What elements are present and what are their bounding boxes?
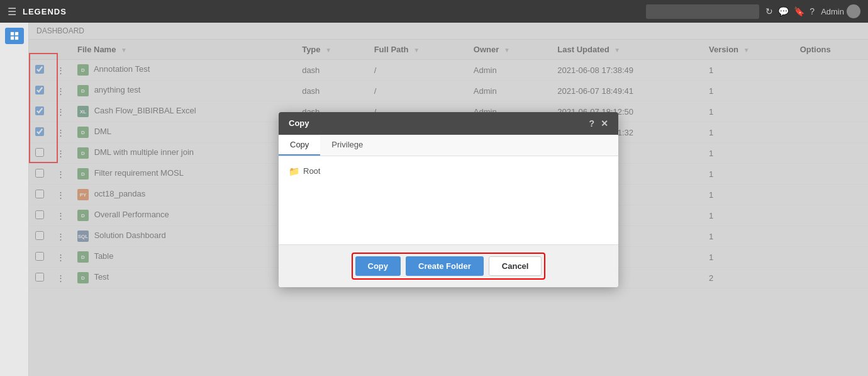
sidebar: [0, 23, 29, 376]
dialog-footer-outline: Copy Create Folder Cancel: [352, 253, 546, 280]
topbar: ☰ LEGENDS ↻ 💬 🔖 ? Admin: [0, 0, 868, 23]
svg-rect-0: [10, 32, 13, 35]
dialog-header: Copy ? ✕: [279, 112, 618, 135]
cancel-button[interactable]: Cancel: [489, 256, 542, 276]
content-area: DASHBOARD File Name ▼ Type ▼: [29, 23, 868, 376]
topbar-icons: ↻ 💬 🔖 ?: [765, 6, 815, 16]
topbar-right: ↻ 💬 🔖 ? Admin: [646, 4, 860, 19]
app-logo: LEGENDS: [23, 7, 67, 16]
copy-dialog: Copy ? ✕ Copy Privilege: [279, 112, 618, 287]
dialog-footer: Copy Create Folder Cancel: [279, 244, 618, 287]
sidebar-dashboard-btn[interactable]: [5, 28, 24, 44]
admin-label-text: Admin: [821, 7, 844, 16]
hamburger-icon[interactable]: ☰: [8, 6, 16, 18]
dialog-header-icons: ? ✕: [589, 118, 608, 128]
help-icon[interactable]: ?: [810, 6, 815, 16]
folder-root-label: Root: [303, 166, 320, 176]
dialog-help-icon[interactable]: ?: [589, 118, 594, 128]
tab-privilege[interactable]: Privilege: [320, 135, 374, 156]
refresh-icon[interactable]: ↻: [765, 6, 773, 16]
folder-icon: 📁: [289, 166, 299, 176]
create-folder-button[interactable]: Create Folder: [406, 256, 484, 276]
avatar: [847, 4, 860, 18]
svg-rect-1: [14, 32, 18, 35]
admin-user: Admin: [821, 4, 860, 18]
topbar-left: ☰ LEGENDS: [8, 6, 67, 18]
svg-rect-3: [14, 37, 18, 40]
tab-copy[interactable]: Copy: [279, 135, 320, 156]
dialog-tabs: Copy Privilege: [279, 135, 618, 156]
dialog-overlay: Copy ? ✕ Copy Privilege: [29, 23, 868, 376]
search-input[interactable]: [646, 4, 759, 19]
main-layout: DASHBOARD File Name ▼ Type ▼: [0, 23, 868, 376]
svg-rect-2: [10, 37, 13, 40]
bookmark-icon[interactable]: 🔖: [794, 6, 804, 16]
folder-root-item[interactable]: 📁 Root: [289, 166, 608, 176]
grid-icon: [10, 31, 19, 40]
dialog-body: 📁 Root: [279, 156, 618, 244]
chat-icon[interactable]: 💬: [778, 6, 789, 16]
dialog-close-icon[interactable]: ✕: [601, 118, 608, 128]
dialog-title: Copy: [289, 118, 309, 128]
copy-button[interactable]: Copy: [355, 256, 401, 276]
